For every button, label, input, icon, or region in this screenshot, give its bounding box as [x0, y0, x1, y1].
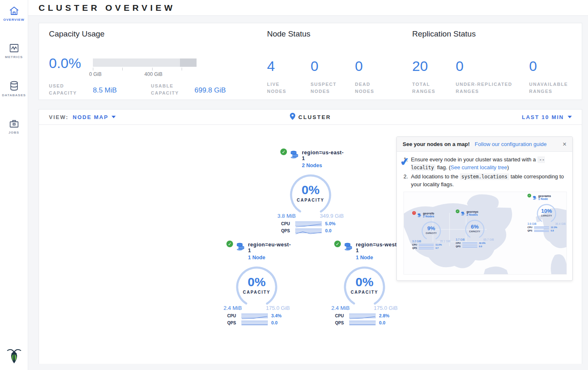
- usable-capacity-label: USABLE CAPACITY: [151, 83, 190, 97]
- used-capacity: 3.7 GiB: [456, 238, 465, 241]
- chevron-down-icon: [568, 116, 572, 118]
- capacity-label: CAPACITY: [536, 215, 557, 217]
- sidebar-item-jobs[interactable]: JOBS: [0, 113, 28, 139]
- capacity-percent: 9%: [420, 225, 442, 231]
- popup-step-1: ✔ 1.Ensure every node in your cluster wa…: [403, 156, 566, 172]
- region-label: region=eu-west-1: [248, 242, 292, 253]
- cpu-value: 3.4%: [271, 313, 282, 318]
- cpu-sparkline: [462, 242, 477, 244]
- qps-label: QPS: [412, 247, 419, 249]
- sidebar: OVERVIEW METRICS DATABASES JOBS: [0, 0, 28, 370]
- nodes-count-link[interactable]: 2 Nodes: [302, 163, 322, 168]
- cpu-value: 42.6%: [479, 242, 486, 244]
- close-icon[interactable]: ×: [563, 141, 566, 148]
- qps-value: 0.0: [379, 320, 385, 325]
- sidebar-item-label: OVERVIEW: [0, 18, 28, 22]
- node-status-section: Node Status 4 LIVE NODES 0 SUSPECT NODES…: [267, 29, 401, 95]
- healthy-check-icon: ✓: [334, 241, 341, 247]
- page-title: CLUSTER OVERVIEW: [39, 3, 175, 13]
- region-label: region=us-west-1: [356, 242, 400, 253]
- qps-label: QPS: [527, 229, 534, 232]
- qps-sparkline: [295, 229, 322, 233]
- used-capacity: 3.6 GiB: [527, 222, 537, 225]
- stat-value: 0: [529, 58, 579, 74]
- breadcrumb-cluster[interactable]: CLUSTER: [299, 114, 331, 120]
- node-stack-icon: [532, 195, 537, 202]
- sidebar-item-overview[interactable]: OVERVIEW: [0, 0, 28, 26]
- cpu-label: CPU: [335, 314, 349, 318]
- replication-status-title: Replication Status: [412, 29, 579, 39]
- cpu-label: CPU: [456, 242, 462, 244]
- healthy-check-icon: ✓: [226, 241, 233, 247]
- mini-node-geo-sfo: ! geo=sfo 2 Nodes 9% CAPACITY: [412, 212, 450, 249]
- popup-title: See your nodes on a map!: [403, 141, 470, 147]
- geo-label: geo=sfo: [423, 212, 434, 215]
- cockroachdb-logo[interactable]: [0, 347, 28, 366]
- node-stack-icon: [289, 150, 299, 161]
- time-range-value: LAST 10 MIN: [522, 114, 564, 120]
- time-range-selector[interactable]: LAST 10 MIN: [522, 114, 572, 120]
- node-status-title: Node Status: [267, 29, 401, 39]
- geo-label: geo=nyc: [467, 210, 479, 213]
- sidebar-item-databases[interactable]: DATABASES: [0, 75, 28, 101]
- capacity-tick: [152, 68, 153, 71]
- region-label: region=us-east-1: [302, 150, 346, 161]
- sidebar-item-label: JOBS: [0, 131, 28, 134]
- capacity-gauge: 0% CAPACITY: [288, 172, 333, 212]
- capacity-tick-label: 400 GiB: [144, 71, 162, 77]
- usable-capacity-value: 699.8 GiB: [194, 83, 226, 95]
- stat-value: 0: [456, 58, 529, 74]
- node-group-us-west-1[interactable]: ✓ region=us-west-1 1 Node 0% CAPACITY 2.…: [329, 242, 400, 325]
- stat-label: LIVE NODES: [267, 81, 296, 95]
- nodes-count-link[interactable]: 1 Node: [356, 255, 373, 260]
- qps-value: 0.0: [325, 228, 331, 233]
- capacity-tick-label: 0 GiB: [89, 71, 102, 77]
- healthy-check-icon: ✓: [456, 209, 459, 213]
- databases-icon: [0, 80, 28, 91]
- cpu-sparkline: [349, 314, 376, 318]
- chevron-down-icon: [112, 116, 116, 118]
- qps-label: QPS: [227, 321, 241, 325]
- node-group-eu-west-1[interactable]: ✓ region=eu-west-1 1 Node 0% CAPACITY 2.…: [221, 242, 292, 325]
- step-text: flag. (: [435, 164, 450, 170]
- mini-node-geo-nyc: ✓ geo=nyc 2 Nodes 6% CAPACITY: [456, 210, 494, 248]
- configuration-guide-link[interactable]: Follow our configuration guide: [475, 141, 547, 147]
- view-selector[interactable]: NODE MAP: [73, 114, 116, 120]
- location-pin-icon: [290, 113, 295, 122]
- under-replicated-ranges-stat: 0 UNDER-REPLICATED RANGES: [456, 58, 529, 95]
- capacity-label: CAPACITY: [342, 290, 387, 295]
- step-text: Add locations to the: [411, 173, 460, 180]
- unavailable-ranges-stat: 0 UNAVAILABLE RANGES: [529, 58, 579, 95]
- stat-value: 20: [412, 58, 456, 74]
- capacity-label: CAPACITY: [234, 290, 279, 295]
- capacity-percent: 10%: [536, 208, 557, 214]
- capacity-label: CAPACITY: [288, 198, 333, 202]
- capacity-gauge: 9% CAPACITY: [420, 220, 442, 239]
- capacity-percent: 0.0%: [49, 55, 81, 71]
- healthy-check-icon: ✓: [280, 148, 287, 155]
- stat-value: 0: [311, 58, 355, 74]
- replication-status-section: Replication Status 20 TOTAL RANGES 0 UND…: [412, 29, 579, 95]
- node-group-us-east-1[interactable]: ✓ region=us-east-1 2 Nodes 0% CAPACITY 3…: [275, 150, 346, 233]
- stat-label: DEAD NODES: [355, 81, 384, 95]
- cpu-label: CPU: [227, 314, 241, 318]
- step-number: 2.: [403, 173, 408, 181]
- stat-value: 0: [355, 58, 401, 74]
- step-text: Ensure every node in your cluster was st…: [411, 156, 537, 163]
- dead-nodes-stat: 0 DEAD NODES: [355, 58, 401, 95]
- capacity-bar: [93, 58, 197, 67]
- qps-sparkline: [241, 321, 268, 325]
- stat-label: UNDER-REPLICATED RANGES: [456, 81, 522, 95]
- cluster-overview-page: OVERVIEW METRICS DATABASES JOBS: [0, 0, 588, 370]
- cpu-label: CPU: [412, 243, 419, 246]
- popup-body: ✔ 1.Ensure every node in your cluster wa…: [397, 152, 572, 280]
- qps-value: 0.8: [551, 229, 554, 232]
- view-selector-value: NODE MAP: [73, 114, 108, 120]
- node-stack-icon: [236, 242, 245, 253]
- nodes-count-link[interactable]: 1 Node: [248, 255, 265, 260]
- qps-label: QPS: [281, 229, 295, 233]
- qps-label: QPS: [456, 245, 462, 248]
- total-ranges-stat: 20 TOTAL RANGES: [412, 58, 456, 95]
- locality-tree-link[interactable]: See current locality tree: [451, 164, 508, 170]
- sidebar-item-metrics[interactable]: METRICS: [0, 37, 28, 63]
